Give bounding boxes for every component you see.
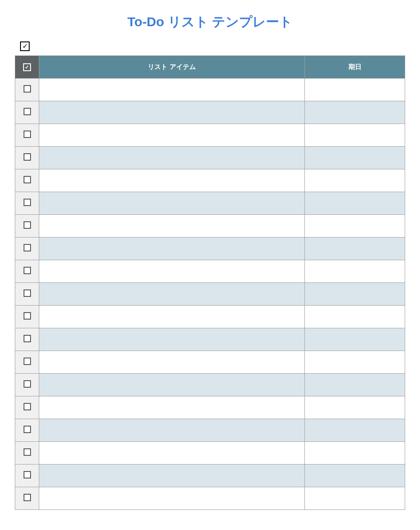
row-item-cell[interactable]: [39, 147, 305, 169]
row-due-cell[interactable]: [305, 374, 405, 396]
row-check-cell[interactable]: [15, 215, 39, 237]
unchecked-checkbox-icon[interactable]: [24, 289, 31, 297]
row-check-cell[interactable]: [15, 79, 39, 101]
row-check-cell[interactable]: [15, 283, 39, 306]
row-item-cell[interactable]: [39, 192, 305, 215]
table-row: [15, 260, 405, 283]
row-item-cell[interactable]: [39, 487, 305, 510]
row-item-cell[interactable]: [39, 79, 305, 101]
row-check-cell[interactable]: [15, 419, 39, 442]
header-check-column: ✓: [15, 56, 39, 79]
unchecked-checkbox-icon[interactable]: [24, 153, 31, 161]
row-due-cell[interactable]: [305, 396, 405, 419]
table-row: [15, 351, 405, 374]
row-item-cell[interactable]: [39, 101, 305, 124]
unchecked-checkbox-icon[interactable]: [24, 176, 31, 183]
unchecked-checkbox-icon[interactable]: [24, 312, 31, 320]
unchecked-checkbox-icon[interactable]: [24, 108, 31, 115]
table-header-row: ✓ リスト アイテム 期日: [15, 56, 405, 79]
header-due-column: 期日: [305, 56, 405, 79]
row-check-cell[interactable]: [15, 374, 39, 396]
row-item-cell[interactable]: [39, 328, 305, 351]
unchecked-checkbox-icon[interactable]: [24, 335, 31, 342]
table-row: [15, 237, 405, 260]
row-item-cell[interactable]: [39, 351, 305, 374]
checked-checkbox-icon: ✓: [20, 41, 30, 51]
unchecked-checkbox-icon[interactable]: [24, 244, 31, 251]
row-check-cell[interactable]: [15, 396, 39, 419]
row-item-cell[interactable]: [39, 169, 305, 192]
row-due-cell[interactable]: [305, 79, 405, 101]
unchecked-checkbox-icon[interactable]: [24, 380, 31, 388]
row-due-cell[interactable]: [305, 192, 405, 215]
row-item-cell[interactable]: [39, 306, 305, 328]
row-due-cell[interactable]: [305, 328, 405, 351]
row-check-cell[interactable]: [15, 124, 39, 147]
table-row: [15, 465, 405, 487]
row-check-cell[interactable]: [15, 260, 39, 283]
row-item-cell[interactable]: [39, 396, 305, 419]
row-due-cell[interactable]: [305, 215, 405, 237]
row-item-cell[interactable]: [39, 283, 305, 306]
unchecked-checkbox-icon[interactable]: [24, 85, 31, 93]
row-due-cell[interactable]: [305, 487, 405, 510]
unchecked-checkbox-icon[interactable]: [24, 403, 31, 410]
table-row: [15, 101, 405, 124]
row-check-cell[interactable]: [15, 487, 39, 510]
row-check-cell[interactable]: [15, 328, 39, 351]
row-due-cell[interactable]: [305, 419, 405, 442]
row-item-cell[interactable]: [39, 237, 305, 260]
checked-checkbox-icon: ✓: [23, 63, 31, 71]
row-due-cell[interactable]: [305, 147, 405, 169]
table-row: [15, 215, 405, 237]
unchecked-checkbox-icon[interactable]: [24, 199, 31, 206]
table-row: [15, 306, 405, 328]
row-due-cell[interactable]: [305, 260, 405, 283]
unchecked-checkbox-icon[interactable]: [24, 358, 31, 365]
row-check-cell[interactable]: [15, 351, 39, 374]
todo-table: ✓ リスト アイテム 期日: [15, 55, 405, 510]
table-row: [15, 124, 405, 147]
row-item-cell[interactable]: [39, 419, 305, 442]
table-row: [15, 147, 405, 169]
table-row: [15, 442, 405, 465]
unchecked-checkbox-icon[interactable]: [24, 426, 31, 433]
row-item-cell[interactable]: [39, 124, 305, 147]
table-row: [15, 283, 405, 306]
row-due-cell[interactable]: [305, 351, 405, 374]
row-check-cell[interactable]: [15, 465, 39, 487]
unchecked-checkbox-icon[interactable]: [24, 471, 31, 478]
table-row: [15, 328, 405, 351]
table-row: [15, 192, 405, 215]
row-check-cell[interactable]: [15, 147, 39, 169]
row-item-cell[interactable]: [39, 465, 305, 487]
unchecked-checkbox-icon[interactable]: [24, 221, 31, 229]
row-item-cell[interactable]: [39, 215, 305, 237]
table-row: [15, 169, 405, 192]
row-due-cell[interactable]: [305, 169, 405, 192]
header-item-column: リスト アイテム: [39, 56, 305, 79]
row-due-cell[interactable]: [305, 101, 405, 124]
table-row: [15, 79, 405, 101]
unchecked-checkbox-icon[interactable]: [24, 494, 31, 501]
unchecked-checkbox-icon[interactable]: [24, 448, 31, 456]
unchecked-checkbox-icon[interactable]: [24, 267, 31, 274]
top-checkbox-container: ✓: [20, 41, 405, 51]
row-check-cell[interactable]: [15, 306, 39, 328]
row-due-cell[interactable]: [305, 306, 405, 328]
row-due-cell[interactable]: [305, 237, 405, 260]
row-item-cell[interactable]: [39, 374, 305, 396]
row-check-cell[interactable]: [15, 169, 39, 192]
unchecked-checkbox-icon[interactable]: [24, 131, 31, 138]
row-check-cell[interactable]: [15, 192, 39, 215]
row-item-cell[interactable]: [39, 442, 305, 465]
page-title: To-Do リスト テンプレート: [15, 13, 405, 31]
row-due-cell[interactable]: [305, 442, 405, 465]
row-due-cell[interactable]: [305, 124, 405, 147]
row-item-cell[interactable]: [39, 260, 305, 283]
row-check-cell[interactable]: [15, 442, 39, 465]
row-due-cell[interactable]: [305, 283, 405, 306]
row-check-cell[interactable]: [15, 101, 39, 124]
row-due-cell[interactable]: [305, 465, 405, 487]
row-check-cell[interactable]: [15, 237, 39, 260]
